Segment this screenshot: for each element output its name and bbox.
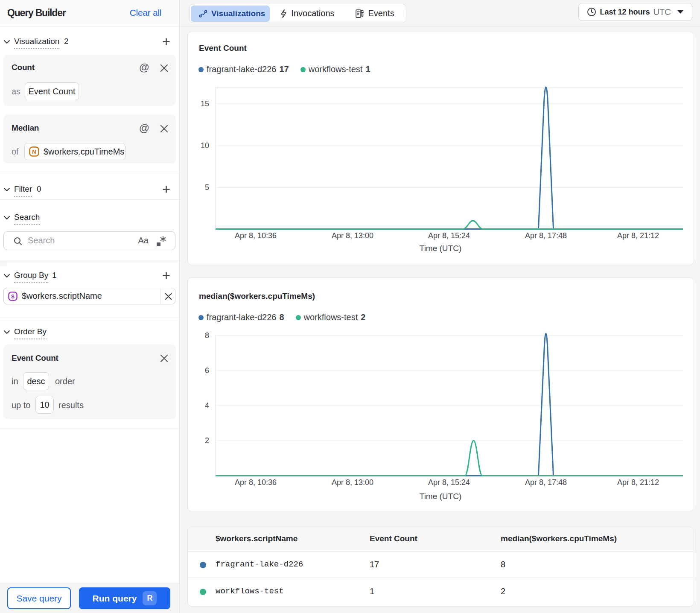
svg-text:N: N (32, 149, 36, 155)
svg-text:S: S (11, 294, 15, 300)
